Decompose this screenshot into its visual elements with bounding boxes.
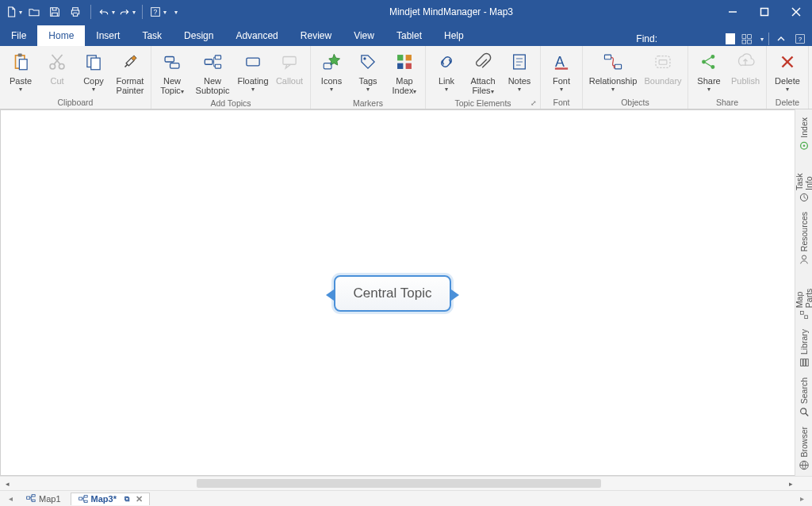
svg-rect-63 (804, 316, 807, 319)
map-parts-icon (799, 310, 810, 320)
doc-tab-map3[interactable]: Map3* ⧉ ✕ (71, 493, 150, 505)
delete-button[interactable]: Delete ▾ (770, 48, 805, 93)
relationship-icon (600, 49, 626, 75)
scroll-right-icon[interactable]: ▸ (783, 477, 798, 490)
floating-icon (240, 49, 266, 75)
tab-review[interactable]: Review (289, 25, 343, 46)
map-index-button[interactable]: MapIndex▾ (387, 48, 422, 97)
tab-help[interactable]: Help (433, 25, 475, 46)
print-button[interactable] (67, 3, 84, 21)
cut-button[interactable]: Cut (40, 48, 75, 86)
find-indicator[interactable] (726, 33, 735, 44)
chevron-down-icon: ▾ (786, 86, 789, 93)
separator (90, 5, 91, 19)
view-options-icon[interactable] (740, 32, 754, 46)
icons-label: Icons (321, 76, 342, 86)
publish-button[interactable]: Publish (728, 48, 763, 86)
tab-insert[interactable]: Insert (85, 25, 131, 46)
doc-nav-prev[interactable]: ◂ (5, 494, 16, 503)
ribbon: Paste ▾ Cut Copy ▾ FormatPainter Clipboa… (0, 46, 812, 109)
group-label-clipboard: Clipboard (0, 96, 151, 109)
svg-rect-34 (406, 63, 412, 69)
central-topic-node[interactable]: Central Topic (334, 275, 451, 312)
relationship-label: Relationship (589, 76, 638, 86)
doc-nav-next[interactable]: ▸ (796, 494, 807, 503)
link-button[interactable]: Link ▾ (429, 48, 464, 93)
callout-button[interactable]: Callout (272, 48, 307, 86)
new-window-icon[interactable]: ⧉ (124, 495, 129, 504)
horizontal-scrollbar[interactable]: ◂ ▸ (0, 476, 812, 490)
tab-design[interactable]: Design (173, 25, 224, 46)
svg-point-61 (802, 255, 806, 259)
window-controls (717, 0, 812, 24)
paste-button[interactable]: Paste ▾ (3, 48, 38, 93)
expand-handle-right[interactable] (451, 289, 459, 301)
svg-point-59 (802, 144, 805, 147)
link-icon (434, 49, 459, 75)
tab-advanced[interactable]: Advanced (224, 25, 289, 46)
side-tab-map-parts-label: Map Parts (795, 274, 813, 308)
side-tab-search[interactable]: Search (797, 373, 811, 422)
tab-tablet[interactable]: Tablet (385, 25, 433, 46)
boundary-icon (650, 49, 676, 75)
browser-icon (799, 460, 810, 471)
expand-handle-left[interactable] (326, 289, 334, 301)
attach-files-button[interactable]: AttachFiles▾ (465, 48, 500, 97)
scroll-thumb-horizontal[interactable] (197, 479, 601, 488)
tab-task[interactable]: Task (131, 25, 173, 46)
chevron-down-icon: ▾ (112, 9, 115, 16)
boundary-button[interactable]: Boundary (642, 48, 684, 86)
tab-view[interactable]: View (343, 25, 385, 46)
map-icon (25, 493, 36, 504)
cut-icon (44, 49, 70, 75)
search-icon (799, 406, 810, 417)
tags-button[interactable]: Tags ▾ (350, 48, 385, 93)
tab-home[interactable]: Home (37, 25, 85, 46)
close-button[interactable] (780, 0, 812, 24)
notes-button[interactable]: Notes ▾ (502, 48, 537, 93)
qat-customize-button[interactable]: ▾ (170, 3, 181, 21)
chevron-down-icon: ▾ (19, 86, 22, 93)
redo-button[interactable]: ▾ (118, 3, 136, 21)
side-tab-task-info-label: Task Info (795, 161, 813, 190)
floating-button[interactable]: Floating ▾ (236, 48, 270, 93)
maximize-button[interactable] (749, 0, 780, 24)
scroll-left-icon[interactable]: ◂ (0, 477, 14, 490)
undo-button[interactable]: ▾ (98, 3, 115, 21)
new-subtopic-button[interactable]: NewSubtopic (191, 48, 234, 95)
format-painter-icon (117, 49, 143, 75)
dialog-launcher-icon[interactable]: ⤢ (530, 99, 537, 107)
scroll-track-horizontal[interactable] (14, 477, 783, 490)
font-icon: A (549, 49, 574, 75)
help-icon[interactable]: ? (793, 32, 807, 46)
group-delete: Delete ▾ Delete (767, 46, 809, 109)
font-button[interactable]: A Font ▾ (544, 48, 579, 93)
side-tab-map-parts[interactable]: Map Parts (793, 270, 813, 324)
side-tab-index[interactable]: Index (797, 113, 811, 156)
new-document-button[interactable]: ▾ (5, 3, 22, 21)
side-tab-resources[interactable]: Resources (797, 207, 811, 270)
help-button[interactable]: ? ▾ (149, 3, 167, 21)
save-button[interactable] (46, 3, 63, 21)
person-icon (799, 254, 810, 265)
side-tab-library[interactable]: Library (797, 324, 811, 373)
collapse-ribbon-icon[interactable] (774, 32, 788, 46)
open-button[interactable] (25, 3, 43, 21)
new-topic-label: NewTopic▾ (160, 76, 184, 97)
doc-tab-map1[interactable]: Map1 (19, 493, 67, 504)
tab-file[interactable]: File (0, 25, 37, 46)
icons-button[interactable]: Icons ▾ (314, 48, 349, 93)
relationship-button[interactable]: Relationship ▾ (586, 48, 640, 93)
side-tab-task-info[interactable]: Task Info (793, 156, 813, 207)
minimize-button[interactable] (717, 0, 749, 24)
chevron-down-icon: ▾ (19, 9, 22, 16)
side-tab-browser[interactable]: Browser (797, 422, 811, 476)
format-painter-button[interactable]: FormatPainter (113, 48, 147, 95)
svg-line-68 (805, 413, 808, 416)
new-topic-button[interactable]: NewTopic▾ (155, 48, 190, 97)
close-tab-icon[interactable]: ✕ (136, 494, 143, 504)
share-button[interactable]: Share ▾ (691, 48, 726, 93)
copy-button[interactable]: Copy ▾ (76, 48, 111, 93)
mindmap-canvas[interactable]: Central Topic (0, 109, 798, 476)
svg-rect-65 (803, 359, 806, 366)
